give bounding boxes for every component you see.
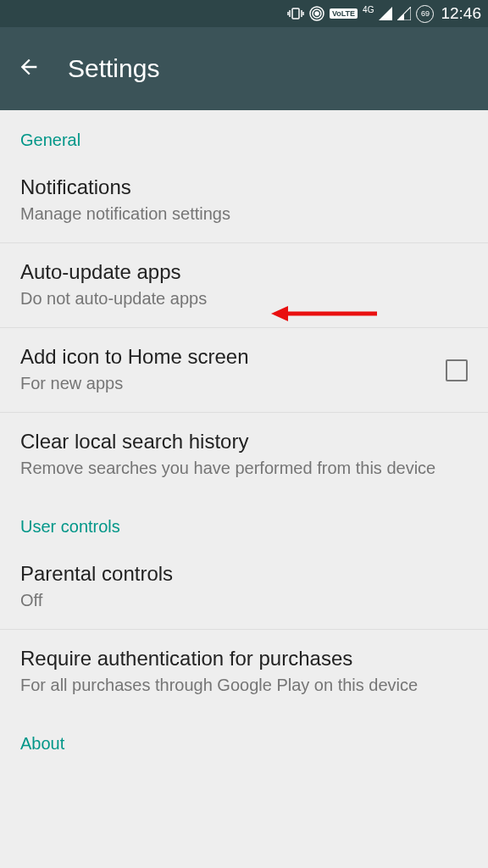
section-header-user-controls: User controls <box>0 497 488 545</box>
status-bar: VoLTE 4G R 69 12:46 <box>0 0 488 27</box>
setting-title: Parental controls <box>20 562 468 586</box>
section-header-about: About <box>0 714 488 762</box>
signal-icon <box>379 7 392 20</box>
setting-notifications[interactable]: Notifications Manage notification settin… <box>0 159 488 243</box>
svg-rect-0 <box>292 8 299 19</box>
setting-subtitle: For new apps <box>20 372 432 395</box>
setting-title: Notifications <box>20 175 468 199</box>
back-arrow-icon[interactable] <box>17 55 41 82</box>
svg-text:R: R <box>407 15 411 20</box>
setting-subtitle: Manage notification settings <box>20 203 468 225</box>
setting-title: Auto-update apps <box>20 260 468 284</box>
app-bar: Settings <box>0 27 488 110</box>
setting-subtitle: For all purchases through Google Play on… <box>20 674 468 697</box>
volte-badge: VoLTE <box>330 8 358 19</box>
svg-point-5 <box>315 12 319 15</box>
setting-add-icon[interactable]: Add icon to Home screen For new apps <box>0 328 488 413</box>
checkbox-add-icon[interactable] <box>446 359 468 381</box>
setting-subtitle: Do not auto-update apps <box>20 287 468 310</box>
setting-auto-update[interactable]: Auto-update apps Do not auto-update apps <box>0 243 488 328</box>
hotspot-icon <box>309 6 324 21</box>
page-title: Settings <box>68 54 159 83</box>
network-label: 4G <box>363 8 374 19</box>
setting-title: Require authentication for purchases <box>20 647 468 670</box>
signal-icon-2: R <box>397 7 411 20</box>
setting-subtitle: Remove searches you have performed from … <box>20 457 468 480</box>
setting-clear-history[interactable]: Clear local search history Remove search… <box>0 413 488 497</box>
setting-subtitle: Off <box>20 589 468 612</box>
vibrate-icon <box>287 7 304 20</box>
clock: 12:46 <box>441 4 481 23</box>
battery-icon: 69 <box>416 5 434 23</box>
setting-parental-controls[interactable]: Parental controls Off <box>0 545 488 630</box>
setting-require-auth[interactable]: Require authentication for purchases For… <box>0 630 488 714</box>
settings-content: General Notifications Manage notificatio… <box>0 110 488 762</box>
section-header-general: General <box>0 110 488 159</box>
setting-title: Clear local search history <box>20 430 468 453</box>
setting-title: Add icon to Home screen <box>20 345 432 369</box>
